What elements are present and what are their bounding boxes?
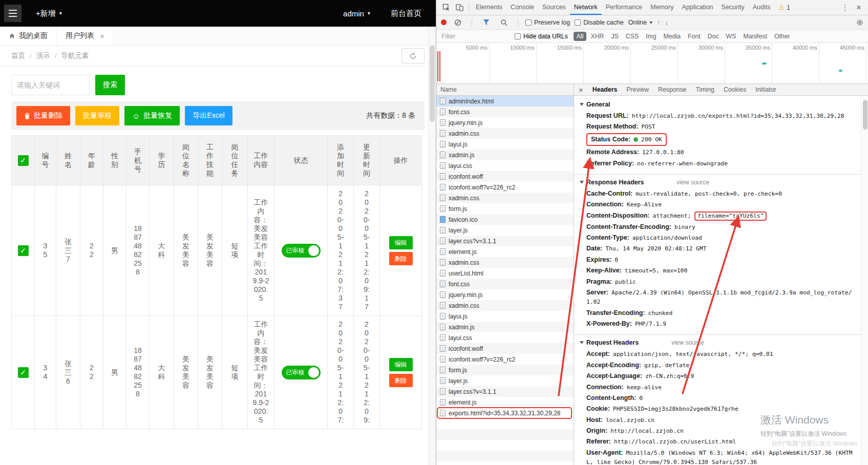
batch-delete-button[interactable]: 批量删除 xyxy=(16,106,70,125)
request-type-filter[interactable]: Other xyxy=(771,32,793,41)
inspect-element-icon[interactable] xyxy=(439,1,453,14)
batch-review-button[interactable]: 批量审核 xyxy=(75,106,119,125)
kebab-menu-icon[interactable]: ⋮ xyxy=(838,3,853,12)
request-row[interactable]: jquery.min.js xyxy=(436,289,574,300)
scrollbar-thumb[interactable] xyxy=(863,100,867,130)
request-row[interactable]: iconfont.woff?v=226_rc2 xyxy=(436,182,574,193)
request-row[interactable]: layui.css xyxy=(436,332,574,343)
status-switch[interactable]: 已审核 xyxy=(282,244,321,258)
request-row[interactable]: xadmin.js xyxy=(436,322,574,332)
request-row[interactable]: layer.css?v=3.1.1 xyxy=(436,236,574,246)
detail-tab[interactable]: Headers xyxy=(588,84,622,96)
network-filter-input[interactable] xyxy=(441,33,509,40)
status-switch[interactable]: 已审核 xyxy=(282,366,321,379)
request-row[interactable]: exports.html?id=35,34,33,32,31,30,29,28 xyxy=(436,408,574,418)
request-row[interactable]: form.js xyxy=(436,203,574,214)
devtools-tab[interactable]: Console xyxy=(506,0,538,15)
detail-tab[interactable]: Preview xyxy=(622,84,653,96)
delete-button[interactable]: 删除 xyxy=(389,252,413,265)
request-row[interactable]: xadmin.css xyxy=(436,257,574,268)
request-row[interactable]: favicon.ico xyxy=(436,214,574,225)
section-title[interactable]: General xyxy=(586,101,855,108)
preserve-log-checkbox[interactable]: Preserve log xyxy=(525,19,570,26)
section-title[interactable]: Request Headers view source xyxy=(586,339,855,346)
request-type-filter[interactable]: CSS xyxy=(623,32,642,41)
search-icon[interactable] xyxy=(497,16,511,29)
request-row[interactable]: adminIndex.html xyxy=(436,96,574,107)
hamburger-menu-button[interactable] xyxy=(4,5,22,22)
import-har-icon[interactable]: ↑ xyxy=(657,18,661,26)
breadcrumb-home[interactable]: 首页 xyxy=(11,51,25,60)
close-icon[interactable]: × xyxy=(100,32,104,40)
devtools-tab[interactable]: Network xyxy=(570,0,602,15)
request-type-filter[interactable]: XHR xyxy=(587,32,607,41)
clear-icon[interactable] xyxy=(451,16,464,29)
hide-data-urls-checkbox[interactable]: Hide data URLs xyxy=(515,33,568,40)
export-har-icon[interactable]: ↓ xyxy=(665,18,668,26)
request-row[interactable]: xadmin.css xyxy=(436,193,574,203)
request-row[interactable]: element.js xyxy=(436,397,574,408)
request-type-filter[interactable]: JS xyxy=(608,32,621,41)
request-row[interactable]: jquery.min.js xyxy=(436,117,574,128)
request-row[interactable]: xadmin.css xyxy=(436,128,574,139)
request-row[interactable]: element.js xyxy=(436,246,574,257)
request-row[interactable]: form.js xyxy=(436,365,574,375)
devtools-tab[interactable]: Audits xyxy=(749,0,775,15)
network-overview-timeline[interactable]: 5000 ms10000 ms15000 ms20000 ms25000 ms3… xyxy=(436,43,868,84)
devtools-scrollbar[interactable] xyxy=(861,96,868,465)
request-row[interactable]: layer.js xyxy=(436,375,574,386)
page-scrollbar[interactable] xyxy=(428,27,436,465)
delete-button[interactable]: 删除 xyxy=(389,374,413,387)
devtools-tab[interactable]: Elements xyxy=(472,0,506,15)
request-row[interactable]: font.css xyxy=(436,279,574,289)
request-row[interactable]: iconfont.woff xyxy=(436,171,574,182)
edit-button[interactable]: 编辑 xyxy=(389,358,413,371)
request-row[interactable]: iconfont.woff?v=226_rc2 xyxy=(436,354,574,365)
row-checkbox[interactable]: ✓ xyxy=(18,367,29,378)
devtools-tab[interactable]: Security xyxy=(717,0,749,15)
devtools-tab[interactable]: Sources xyxy=(538,0,570,15)
detail-tab[interactable]: Cookies xyxy=(719,84,751,96)
add-new-dropdown[interactable]: +新增 ▾ xyxy=(36,9,62,18)
warning-badge[interactable]: ⚠ 1 xyxy=(778,4,790,11)
edit-button[interactable]: 编辑 xyxy=(389,236,413,249)
request-type-filter[interactable]: WS xyxy=(723,32,739,41)
view-source-link[interactable]: view source xyxy=(671,339,704,346)
record-button[interactable] xyxy=(441,19,447,25)
row-checkbox[interactable]: ✓ xyxy=(18,245,29,256)
tab-user-list[interactable]: 用户列表 × xyxy=(57,27,114,45)
devtools-close-icon[interactable]: × xyxy=(853,3,865,13)
request-row[interactable]: layui.js xyxy=(436,139,574,150)
request-row[interactable]: layer.js xyxy=(436,225,574,236)
detail-tab[interactable]: Timing xyxy=(691,84,718,96)
tab-desktop[interactable]: 我的桌面 xyxy=(0,27,57,45)
filter-icon[interactable] xyxy=(479,16,493,29)
view-source-link[interactable]: view source xyxy=(677,179,709,186)
request-row[interactable]: layui.js xyxy=(436,311,574,322)
request-type-filter[interactable]: Manifest xyxy=(740,32,770,41)
request-row[interactable]: font.css xyxy=(436,107,574,117)
request-type-filter[interactable]: Doc xyxy=(705,32,722,41)
request-row[interactable]: layui.css xyxy=(436,160,574,171)
batch-restore-button[interactable]: ☺ 批量恢复 xyxy=(124,106,180,125)
breadcrumb-demo[interactable]: 演示 xyxy=(36,51,50,60)
devtools-tab[interactable]: Performance xyxy=(602,0,647,15)
export-excel-button[interactable]: 导出Excel xyxy=(185,106,232,125)
detail-tab[interactable]: Response xyxy=(653,84,691,96)
request-row[interactable]: userList.html xyxy=(436,268,574,279)
search-input[interactable] xyxy=(11,75,90,95)
request-row[interactable]: iconfont.woff xyxy=(436,343,574,354)
frontend-home-link[interactable]: 前台首页 xyxy=(391,9,421,18)
request-row[interactable]: layer.css?v=3.1.1 xyxy=(436,386,574,397)
detail-close-icon[interactable]: × xyxy=(574,86,588,94)
throttling-dropdown[interactable]: Online ▾ xyxy=(628,19,652,26)
network-settings-gear-icon[interactable] xyxy=(856,19,863,26)
name-column-header[interactable]: Name xyxy=(436,84,574,95)
scrollbar-thumb[interactable] xyxy=(430,45,435,122)
admin-user-dropdown[interactable]: admin ▾ xyxy=(343,9,370,18)
request-type-filter[interactable]: Media xyxy=(661,32,684,41)
request-type-filter[interactable]: All xyxy=(574,32,587,41)
request-row[interactable]: xadmin.js xyxy=(436,150,574,160)
section-title[interactable]: Response Headers view source xyxy=(586,179,855,186)
devtools-tab[interactable]: Memory xyxy=(646,0,678,15)
